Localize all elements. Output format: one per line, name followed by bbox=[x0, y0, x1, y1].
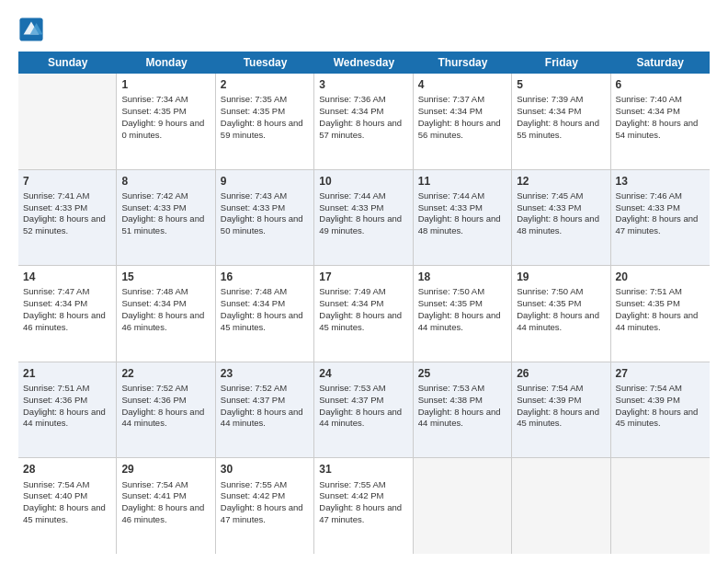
day-cell-24: 24Sunrise: 7:53 AMSunset: 4:37 PMDayligh… bbox=[314, 362, 413, 458]
day-number: 6 bbox=[616, 77, 705, 92]
sunrise-text: Sunrise: 7:51 AM bbox=[23, 383, 89, 393]
sunset-text: Sunset: 4:37 PM bbox=[221, 395, 285, 405]
day-cell-20: 20Sunrise: 7:51 AMSunset: 4:35 PMDayligh… bbox=[611, 266, 710, 362]
sunset-text: Sunset: 4:42 PM bbox=[319, 490, 383, 500]
sunset-text: Sunset: 4:34 PM bbox=[319, 298, 383, 308]
day-cell-1: 1Sunrise: 7:34 AMSunset: 4:35 PMDaylight… bbox=[117, 74, 215, 169]
day-header-sunday: Sunday bbox=[18, 52, 117, 74]
day-number: 21 bbox=[23, 366, 111, 381]
sunset-text: Sunset: 4:41 PM bbox=[121, 490, 186, 500]
sunrise-text: Sunrise: 7:51 AM bbox=[616, 286, 682, 296]
week-row-3: 14Sunrise: 7:47 AMSunset: 4:34 PMDayligh… bbox=[18, 266, 710, 362]
day-number: 1 bbox=[121, 77, 210, 92]
sunset-text: Sunset: 4:34 PM bbox=[319, 106, 383, 116]
sunset-text: Sunset: 4:33 PM bbox=[221, 202, 285, 213]
day-cell-21: 21Sunrise: 7:51 AMSunset: 4:36 PMDayligh… bbox=[18, 362, 117, 458]
daylight-text: Daylight: 8 hours and 46 minutes. bbox=[121, 310, 204, 332]
sunset-text: Sunset: 4:36 PM bbox=[23, 395, 87, 405]
daylight-text: Daylight: 8 hours and 46 minutes. bbox=[121, 502, 204, 524]
day-cell-10: 10Sunrise: 7:44 AMSunset: 4:33 PMDayligh… bbox=[314, 170, 413, 266]
sunrise-text: Sunrise: 7:48 AM bbox=[221, 286, 287, 296]
day-cell-25: 25Sunrise: 7:53 AMSunset: 4:38 PMDayligh… bbox=[414, 362, 512, 458]
sunrise-text: Sunrise: 7:53 AM bbox=[319, 383, 385, 393]
day-number: 24 bbox=[319, 366, 407, 381]
day-cell-15: 15Sunrise: 7:48 AMSunset: 4:34 PMDayligh… bbox=[117, 266, 215, 362]
day-header-tuesday: Tuesday bbox=[216, 52, 314, 74]
sunset-text: Sunset: 4:33 PM bbox=[517, 202, 581, 213]
sunrise-text: Sunrise: 7:54 AM bbox=[517, 383, 583, 393]
daylight-text: Daylight: 8 hours and 44 minutes. bbox=[121, 407, 204, 429]
sunrise-text: Sunrise: 7:55 AM bbox=[221, 479, 287, 489]
day-cell-8: 8Sunrise: 7:42 AMSunset: 4:33 PMDaylight… bbox=[117, 170, 215, 266]
day-cell-9: 9Sunrise: 7:43 AMSunset: 4:33 PMDaylight… bbox=[216, 170, 314, 266]
daylight-text: Daylight: 8 hours and 47 minutes. bbox=[616, 213, 699, 236]
header bbox=[18, 17, 710, 42]
daylight-text: Daylight: 8 hours and 49 minutes. bbox=[319, 213, 402, 236]
daylight-text: Daylight: 8 hours and 44 minutes. bbox=[418, 310, 501, 332]
daylight-text: Daylight: 8 hours and 44 minutes. bbox=[23, 407, 106, 429]
day-cell-14: 14Sunrise: 7:47 AMSunset: 4:34 PMDayligh… bbox=[18, 266, 117, 362]
sunset-text: Sunset: 4:34 PM bbox=[418, 106, 483, 116]
sunset-text: Sunset: 4:40 PM bbox=[23, 490, 87, 500]
daylight-text: Daylight: 8 hours and 46 minutes. bbox=[23, 310, 106, 332]
daylight-text: Daylight: 8 hours and 44 minutes. bbox=[517, 310, 599, 332]
empty-cell bbox=[611, 458, 710, 554]
sunset-text: Sunset: 4:37 PM bbox=[319, 395, 383, 405]
day-cell-22: 22Sunrise: 7:52 AMSunset: 4:36 PMDayligh… bbox=[117, 362, 215, 458]
sunset-text: Sunset: 4:34 PM bbox=[517, 106, 581, 116]
sunset-text: Sunset: 4:39 PM bbox=[517, 395, 581, 405]
sunrise-text: Sunrise: 7:52 AM bbox=[221, 383, 287, 393]
daylight-text: Daylight: 9 hours and 0 minutes. bbox=[121, 118, 204, 140]
day-number: 4 bbox=[418, 77, 506, 92]
day-number: 22 bbox=[121, 366, 210, 381]
daylight-text: Daylight: 8 hours and 56 minutes. bbox=[418, 118, 501, 140]
day-header-monday: Monday bbox=[117, 52, 215, 74]
day-number: 30 bbox=[221, 462, 309, 477]
week-row-5: 28Sunrise: 7:54 AMSunset: 4:40 PMDayligh… bbox=[18, 458, 710, 554]
daylight-text: Daylight: 8 hours and 57 minutes. bbox=[319, 118, 402, 140]
day-number: 29 bbox=[121, 462, 210, 477]
daylight-text: Daylight: 8 hours and 44 minutes. bbox=[418, 407, 501, 429]
daylight-text: Daylight: 8 hours and 48 minutes. bbox=[517, 213, 599, 236]
sunrise-text: Sunrise: 7:47 AM bbox=[23, 286, 89, 296]
daylight-text: Daylight: 8 hours and 44 minutes. bbox=[319, 407, 402, 429]
sunrise-text: Sunrise: 7:46 AM bbox=[616, 190, 682, 201]
day-cell-16: 16Sunrise: 7:48 AMSunset: 4:34 PMDayligh… bbox=[216, 266, 314, 362]
page: SundayMondayTuesdayWednesdayThursdayFrid… bbox=[0, 0, 728, 563]
sunset-text: Sunset: 4:35 PM bbox=[517, 298, 581, 308]
daylight-text: Daylight: 8 hours and 45 minutes. bbox=[23, 502, 106, 524]
empty-cell bbox=[18, 74, 117, 169]
day-cell-2: 2Sunrise: 7:35 AMSunset: 4:35 PMDaylight… bbox=[216, 74, 314, 169]
sunset-text: Sunset: 4:34 PM bbox=[221, 298, 285, 308]
day-header-saturday: Saturday bbox=[611, 52, 710, 74]
day-number: 26 bbox=[517, 366, 605, 381]
day-number: 3 bbox=[319, 77, 407, 92]
day-cell-11: 11Sunrise: 7:44 AMSunset: 4:33 PMDayligh… bbox=[414, 170, 512, 266]
sunrise-text: Sunrise: 7:36 AM bbox=[319, 94, 385, 104]
day-cell-3: 3Sunrise: 7:36 AMSunset: 4:34 PMDaylight… bbox=[314, 74, 413, 169]
sunset-text: Sunset: 4:39 PM bbox=[616, 395, 680, 405]
day-cell-5: 5Sunrise: 7:39 AMSunset: 4:34 PMDaylight… bbox=[512, 74, 610, 169]
day-number: 7 bbox=[23, 174, 111, 189]
daylight-text: Daylight: 8 hours and 50 minutes. bbox=[221, 213, 303, 236]
sunrise-text: Sunrise: 7:53 AM bbox=[418, 383, 484, 393]
day-number: 19 bbox=[517, 270, 605, 284]
sunrise-text: Sunrise: 7:39 AM bbox=[517, 94, 583, 104]
day-number: 13 bbox=[616, 174, 705, 189]
day-number: 31 bbox=[319, 462, 407, 477]
day-number: 12 bbox=[517, 174, 605, 189]
sunset-text: Sunset: 4:36 PM bbox=[121, 395, 186, 405]
daylight-text: Daylight: 8 hours and 44 minutes. bbox=[221, 407, 303, 429]
day-number: 23 bbox=[221, 366, 309, 381]
sunrise-text: Sunrise: 7:54 AM bbox=[23, 479, 89, 489]
daylight-text: Daylight: 8 hours and 55 minutes. bbox=[517, 118, 599, 140]
day-cell-13: 13Sunrise: 7:46 AMSunset: 4:33 PMDayligh… bbox=[611, 170, 710, 266]
daylight-text: Daylight: 8 hours and 51 minutes. bbox=[121, 213, 204, 236]
sunrise-text: Sunrise: 7:55 AM bbox=[319, 479, 385, 489]
sunrise-text: Sunrise: 7:42 AM bbox=[121, 190, 188, 201]
day-cell-19: 19Sunrise: 7:50 AMSunset: 4:35 PMDayligh… bbox=[512, 266, 610, 362]
sunset-text: Sunset: 4:35 PM bbox=[418, 298, 483, 308]
daylight-text: Daylight: 8 hours and 48 minutes. bbox=[418, 213, 501, 236]
day-number: 25 bbox=[418, 366, 506, 381]
empty-cell bbox=[512, 458, 610, 554]
